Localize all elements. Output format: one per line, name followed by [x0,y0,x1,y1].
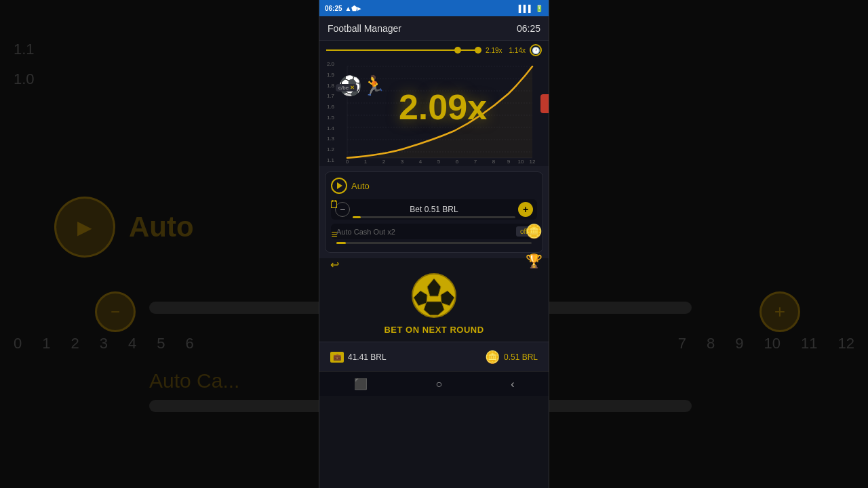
y-label-14: 1.4 [319,125,334,131]
track-dot-1 [454,47,461,54]
android-nav-bar: ⬛ ○ ‹ [319,371,549,396]
track-val-1: 2.19x [486,47,502,54]
svg-text:9: 9 [507,159,511,165]
controls-section: Auto − Bet 0.51 BRL + Auto Cash Out x2 o… [319,166,549,258]
receipt-icon[interactable]: 🗒 [325,195,344,214]
y-label-13: 1.3 [319,136,334,142]
svg-text:3: 3 [401,159,404,165]
bet-slider-fill [353,216,361,218]
back-icon[interactable]: ↩ [325,255,344,274]
auto-play-button[interactable] [331,178,347,194]
bet-amount: 0.51 BRL [504,352,538,362]
svg-text:1: 1 [364,159,368,165]
y-label-16: 1.6 [319,104,334,110]
svg-text:10: 10 [518,159,524,165]
track-dot-2 [475,47,481,54]
footer-balance: 💼 41.41 BRL 🪙 0.51 BRL [319,342,549,371]
bet-slider[interactable] [353,216,515,218]
big-multiplier: 2.09x [399,87,487,127]
svg-text:0: 0 [346,159,349,165]
y-axis-labels: 2.0 1.9 1.8 1.7 1.6 1.5 1.4 1.3 1.2 1.1 [319,60,334,165]
cashout-slider-wrap [331,242,537,247]
svg-text:7: 7 [474,159,477,165]
balance-left: 💼 41.41 BRL [330,352,387,363]
bg-auto-label: Auto [129,211,194,243]
coins-icon[interactable]: 🪙 [524,222,543,241]
y-label-12: 1.2 [319,146,334,152]
nav-home-icon[interactable]: ○ [436,378,443,390]
app-header: Football Manager 06:25 [319,16,549,41]
svg-text:5: 5 [437,159,441,165]
track-val-2: 1.14x [509,47,526,54]
cashout-label: Auto Cash Out x2 [336,228,516,236]
y-label-18: 1.8 [319,83,334,89]
close-badge-x[interactable]: ✕ [350,85,355,91]
app-title: Football Manager [328,23,401,34]
nav-back-icon[interactable]: ‹ [511,378,514,390]
bet-next-round-label[interactable]: BET ON NEXT ROUND [384,325,484,335]
svg-text:8: 8 [492,159,496,165]
cashout-slider[interactable] [336,242,532,244]
status-time: 06:25 [325,5,342,12]
phone-container: 06:25 ▲⬟▸ ▌▌▌ 🔋 Football Manager 06:25 [319,0,549,488]
sidebar-left: 🗒 ≡ ↩ [325,195,344,274]
bg-autocash-label: Auto Ca... [149,369,239,392]
y-label-15: 1.5 [319,115,334,121]
wallet-icon: 💼 [330,352,344,363]
coin-icon: 🪙 [485,350,500,365]
y-label-17: 1.7 [319,93,334,99]
svg-text:12: 12 [530,159,536,165]
status-bar: 06:25 ▲⬟▸ ▌▌▌ 🔋 [319,0,549,16]
status-right: ▌▌▌ 🔋 [519,5,543,12]
svg-text:4: 4 [419,159,422,165]
chart-container: 2.19x 1.14x 🕐 ⚽🏃 c/be ✕ 2.09x 2.0 1.9 1.… [319,41,549,166]
menu-icon[interactable]: ≡ [325,225,344,244]
y-label-19: 1.9 [319,72,334,78]
status-icons: ▲⬟▸ [345,5,361,12]
app-header-time: 06:25 [517,23,540,34]
close-badge-text: c/be [338,85,349,91]
track-values: 2.19x 1.14x [486,47,526,54]
track-line [326,49,481,51]
bet-plus-button[interactable]: + [518,202,533,217]
soccer-ball-icon[interactable] [410,272,458,319]
sidebar-right: 🪙 🏆 [524,222,543,270]
y-label-11: 1.1 [319,157,334,163]
status-left: 06:25 ▲⬟▸ [325,5,361,12]
close-badge[interactable]: c/be ✕ [336,84,357,92]
auto-label: Auto [351,181,370,191]
signal-icon: 🔋 [535,5,543,12]
bet-label: Bet 0.51 BRL [350,205,518,214]
bet-row: − Bet 0.51 BRL + [331,199,537,220]
wifi-icon: ▌▌▌ [519,5,533,12]
svg-text:2: 2 [382,159,386,165]
balance-amount: 41.41 BRL [348,352,387,362]
auto-header: Auto [331,178,537,194]
cashout-row: Auto Cash Out x2 off [331,224,537,239]
clock-icon: 🕐 [530,44,542,56]
trophy-icon[interactable]: 🏆 [524,251,543,270]
nav-recent-icon[interactable]: ⬛ [354,378,368,390]
balance-right: 🪙 0.51 BRL [485,350,538,365]
multiplier-track: 2.19x 1.14x 🕐 [319,41,549,60]
svg-text:6: 6 [456,159,459,165]
red-dot-indicator [540,94,549,113]
bottom-section: 🗒 ≡ ↩ BET ON NEXT ROUND 🪙 🏆 [319,258,549,342]
auto-panel: Auto − Bet 0.51 BRL + Auto Cash Out x2 o… [325,171,543,253]
play-triangle-icon [337,182,342,189]
y-label-20: 2.0 [319,61,334,67]
